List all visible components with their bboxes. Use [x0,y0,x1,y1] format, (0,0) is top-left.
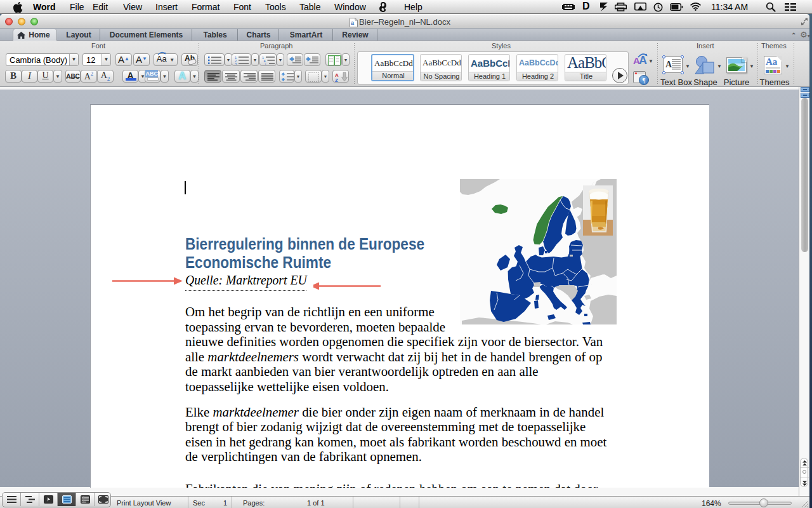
svg-text:Z: Z [335,77,338,82]
svg-text:i: i [265,62,266,65]
svg-text:3: 3 [235,62,237,65]
